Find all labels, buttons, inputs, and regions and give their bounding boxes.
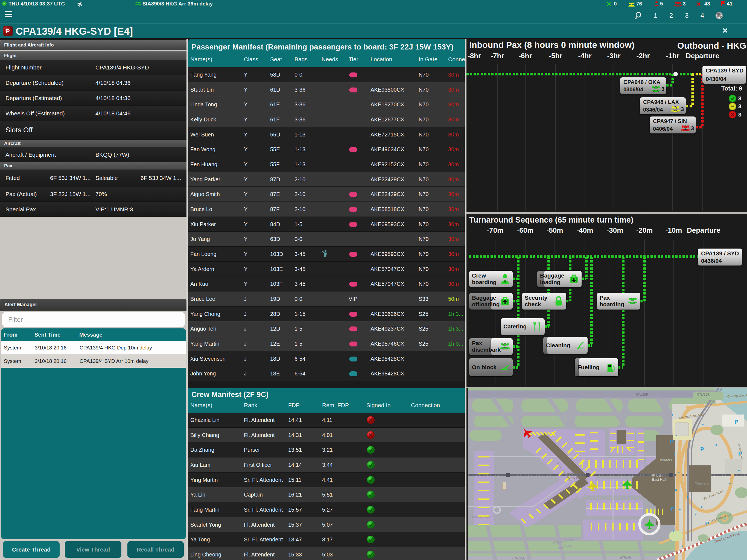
svg-text:uth Runway Road: uth Runway Road xyxy=(471,516,491,518)
svg-text:Terminal 1: Terminal 1 xyxy=(660,459,672,462)
svg-text:P: P xyxy=(735,418,738,425)
svg-text:P: P xyxy=(705,520,709,527)
svg-text:P: P xyxy=(671,506,675,512)
svg-text:07L/25R: 07L/25R xyxy=(697,393,710,397)
svg-text:P: P xyxy=(6,28,9,35)
svg-text:East Hall: East Hall xyxy=(652,478,666,482)
svg-text:07R/25L: 07R/25L xyxy=(620,556,633,560)
svg-text:P: P xyxy=(700,446,704,452)
svg-text:東大堂: 東大堂 xyxy=(652,474,662,478)
svg-text:07L/25R: 07L/25R xyxy=(636,393,649,397)
svg-text:P: P xyxy=(670,438,674,444)
svg-text:Terminal 2: Terminal 2 xyxy=(695,482,709,485)
svg-text:07R/25L: 07R/25L xyxy=(512,556,525,560)
